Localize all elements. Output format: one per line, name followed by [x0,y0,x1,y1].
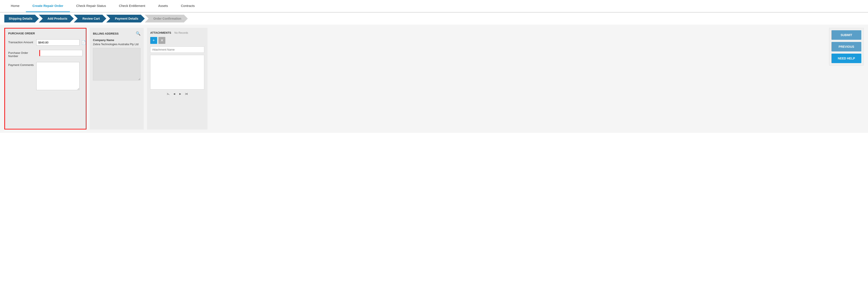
nav-assets[interactable]: Assets [152,0,175,12]
attachments-header: ATTACHMENTS No Records [150,31,204,34]
purchase-order-title: PURCHASE ORDER [8,32,83,35]
billing-header: BILLING ADDRESS 🔍 [93,31,141,36]
step-label-order-confirmation[interactable]: Order Confirmation [145,15,188,23]
step-order-confirmation[interactable]: Order Confirmation [145,15,188,23]
need-help-button[interactable]: NEED HELP [832,54,861,63]
action-section: SUBMIT PREVIOUS NEED HELP [829,28,864,65]
attachments-title: ATTACHMENTS [150,31,171,34]
no-records-label: No Records [175,31,188,34]
po-number-label: Purchase Order Number [8,50,37,58]
transaction-amount-row: Transaction Amount 📄 [8,39,83,45]
pagination-bar: ⋋ ◄ ► ⋊ [150,92,204,96]
attachment-list [150,55,204,90]
billing-address-textarea[interactable] [93,48,141,81]
step-label-review-cart[interactable]: Review Cart [74,15,106,23]
top-navigation: Home Create Repair Order Check Repair St… [0,0,868,12]
add-attachment-button[interactable]: + [150,37,157,44]
attachments-section: ATTACHMENTS No Records + ✕ ⋋ ◄ ► ⋊ [147,28,208,129]
submit-button[interactable]: SUBMIT [832,30,861,40]
step-bar: Shipping Details Add Products Review Car… [0,12,868,25]
payment-comments-wrap [36,62,83,90]
remove-attachment-button[interactable]: ✕ [158,37,165,44]
step-shipping-details[interactable]: Shipping Details [4,15,39,23]
company-name-label: Company Name [93,38,141,42]
po-number-input[interactable] [39,50,83,56]
po-number-row: Purchase Order Number [8,50,83,58]
company-name-value: Zebra Technologies Australia Pty Ltd [93,42,141,46]
purchase-order-section: PURCHASE ORDER Transaction Amount 📄 Purc… [4,28,87,129]
transaction-amount-input-wrap: 📄 [36,39,86,45]
nav-check-entitlement[interactable]: Check Entitlement [113,0,152,12]
first-page-button[interactable]: ⋋ [166,92,170,96]
nav-create-repair-order[interactable]: Create Repair Order [26,0,70,12]
billing-search-button[interactable]: 🔍 [136,31,141,36]
step-review-cart[interactable]: Review Cart [74,15,106,23]
transaction-amount-input[interactable] [36,39,80,45]
nav-contracts[interactable]: Contracts [175,0,201,12]
step-payment-details[interactable]: Payment Details [106,15,145,23]
payment-comments-label: Payment Comments [8,62,34,67]
step-add-products[interactable]: Add Products [39,15,74,23]
next-page-button[interactable]: ► [178,92,183,96]
prev-page-button[interactable]: ◄ [172,92,177,96]
payment-comments-row: Payment Comments [8,62,83,90]
billing-title: BILLING ADDRESS [93,32,119,35]
step-label-add-products[interactable]: Add Products [39,15,74,23]
document-icon[interactable]: 📄 [81,40,86,45]
transaction-amount-label: Transaction Amount [8,39,34,44]
last-page-button[interactable]: ⋊ [184,92,189,96]
payment-comments-input[interactable] [36,62,80,90]
attachment-buttons: + ✕ [150,37,204,44]
nav-home[interactable]: Home [4,0,26,12]
previous-button[interactable]: PREVIOUS [832,42,861,52]
step-label-payment-details[interactable]: Payment Details [106,15,145,23]
nav-check-repair-status[interactable]: Check Repair Status [70,0,113,12]
main-content: PURCHASE ORDER Transaction Amount 📄 Purc… [0,25,868,133]
billing-address-section: BILLING ADDRESS 🔍 Company Name Zebra Tec… [90,28,144,129]
step-label-shipping[interactable]: Shipping Details [4,15,39,23]
po-number-input-wrap [39,50,83,56]
attachment-name-input[interactable] [150,46,204,53]
